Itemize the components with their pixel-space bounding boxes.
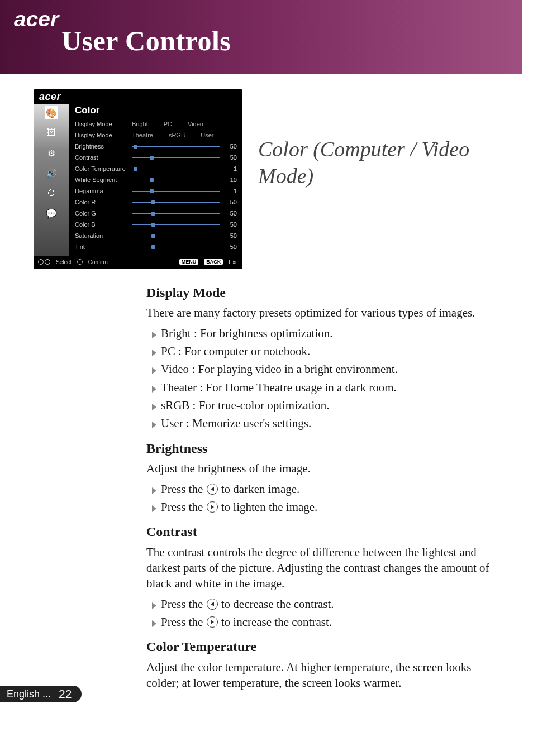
left-arrow-icon: [207, 599, 218, 610]
bullet-icon: [152, 332, 156, 338]
osd-slider-row: Brightness50: [75, 141, 237, 152]
header-band: acer User Controls: [0, 0, 533, 74]
osd-screenshot: acer 🎨 🖼 ⚙ 🔊 ⏱ 💬 Color Display Mod: [34, 89, 242, 269]
display-mode-bullet: User : Memorize user's settings.: [152, 415, 498, 431]
osd-row-label: Color Temperature: [75, 165, 132, 172]
contrast-left-bullet: Press the to decrease the contrast.: [152, 596, 498, 612]
section-title: Color (Computer / Video Mode): [258, 136, 503, 189]
osd-slider: 50: [132, 154, 237, 161]
osd-slider-row: Tint50: [75, 241, 237, 252]
osd-slider: 50: [132, 232, 237, 239]
language-icon: 💬: [45, 207, 58, 220]
display-mode-intro: There are many factory presets optimized…: [146, 305, 498, 320]
osd-slider-row: Color Temperature1: [75, 163, 237, 174]
osd-row-label: Color B: [75, 221, 132, 228]
osd-heading: Color: [75, 105, 237, 116]
bullet-icon: [152, 487, 156, 494]
display-mode-bullet: Video : For playing video in a bright en…: [152, 361, 498, 377]
page-lang: English ...: [0, 686, 54, 702]
menu-pill: MENU: [179, 259, 199, 265]
page-badge: English ... 22: [0, 686, 82, 702]
osd-slider: 50: [132, 199, 237, 205]
osd-slider: 50: [132, 221, 237, 228]
body-text: Display Mode There are many factory pres…: [34, 284, 503, 691]
brand-logo: acer: [16, 8, 57, 31]
osd-slider-row: Saturation50: [75, 230, 237, 241]
osd-row-value: 50: [223, 221, 237, 228]
osd-row-value: 50: [223, 199, 237, 205]
osd-row-label: Color R: [75, 199, 132, 205]
page-number: 22: [54, 686, 82, 702]
color-temperature-intro: Adjust the color temperature. At higher …: [146, 659, 498, 691]
right-arrow-icon: [207, 501, 218, 513]
heading-display-mode: Display Mode: [146, 284, 498, 302]
heading-brightness: Brightness: [146, 439, 498, 457]
bullet-icon: [152, 404, 156, 410]
brightness-left-bullet: Press the to darken image.: [152, 481, 498, 497]
bullet-icon: [152, 386, 156, 393]
osd-slider-row: White Segment10: [75, 174, 237, 185]
bullet-icon: [152, 367, 156, 374]
left-arrow-icon: [207, 484, 218, 495]
brightness-intro: Adjust the brightness of the image.: [146, 461, 498, 476]
osd-row-value: 50: [223, 210, 237, 217]
osd-mode-row-2: Display Mode Theatre sRGB User: [75, 130, 237, 141]
display-mode-bullet: PC : For computer or notebook.: [152, 343, 498, 359]
osd-row-value: 50: [223, 143, 237, 150]
speaker-icon: 🔊: [45, 166, 58, 180]
osd-row-value: 10: [223, 176, 237, 183]
osd-slider: 1: [132, 188, 237, 194]
heading-color-temperature: Color Temperature: [146, 638, 498, 655]
osd-row-label: White Segment: [75, 176, 132, 183]
image-icon: 🖼: [45, 126, 58, 140]
display-mode-bullet: sRGB : For true-color optimization.: [152, 398, 498, 413]
osd-footer: Select Confirm MENU BACK Exit: [34, 256, 242, 269]
brightness-right-bullet: Press the to lighten the image.: [152, 499, 498, 515]
osd-row-value: 1: [223, 165, 237, 172]
heading-contrast: Contrast: [146, 523, 498, 540]
osd-slider-row: Degamma1: [75, 185, 237, 197]
osd-row-label: Brightness: [75, 143, 132, 150]
osd-slider: 50: [132, 210, 237, 217]
osd-row-value: 50: [223, 232, 237, 239]
display-mode-bullet: Theater : For Home Theatre usage in a da…: [152, 380, 498, 395]
contrast-intro: The contrast controls the degree of diff…: [146, 544, 498, 592]
bullet-icon: [152, 350, 156, 356]
osd-row-label: Contrast: [75, 154, 132, 161]
timer-icon: ⏱: [45, 186, 58, 200]
osd-row-label: Saturation: [75, 232, 132, 239]
display-mode-bullet: Bright : For brightness optimization.: [152, 326, 498, 341]
bullet-icon: [152, 505, 156, 512]
osd-row-label: Color G: [75, 210, 132, 217]
osd-slider: 10: [132, 176, 237, 183]
chapter-title: User Controls: [61, 25, 231, 57]
bullet-icon: [152, 620, 156, 627]
osd-slider-row: Color R50: [75, 197, 237, 208]
osd-slider-row: Color B50: [75, 219, 237, 230]
contrast-right-bullet: Press the to increase the contrast.: [152, 614, 498, 630]
palette-icon: 🎨: [45, 106, 58, 119]
osd-row-value: 50: [223, 154, 237, 161]
osd-mode-row-1: Display Mode Bright PC Video: [75, 118, 237, 130]
bullet-icon: [152, 422, 156, 428]
osd-slider: 1: [132, 165, 237, 172]
osd-row-label: Degamma: [75, 188, 132, 194]
osd-row-value: 1: [223, 188, 237, 194]
osd-sidebar: 🎨 🖼 ⚙ 🔊 ⏱ 💬: [34, 104, 69, 256]
right-arrow-icon: [207, 616, 218, 628]
osd-row-label: Tint: [75, 243, 132, 250]
osd-slider: 50: [132, 143, 237, 150]
back-pill: BACK: [204, 259, 223, 265]
osd-slider-row: Color G50: [75, 208, 237, 219]
bullet-icon: [152, 602, 156, 609]
osd-slider-row: Contrast50: [75, 152, 237, 163]
osd-row-value: 50: [223, 243, 237, 250]
gear-icon: ⚙: [45, 146, 58, 160]
osd-slider: 50: [132, 243, 237, 250]
osd-brand: acer: [39, 91, 61, 103]
